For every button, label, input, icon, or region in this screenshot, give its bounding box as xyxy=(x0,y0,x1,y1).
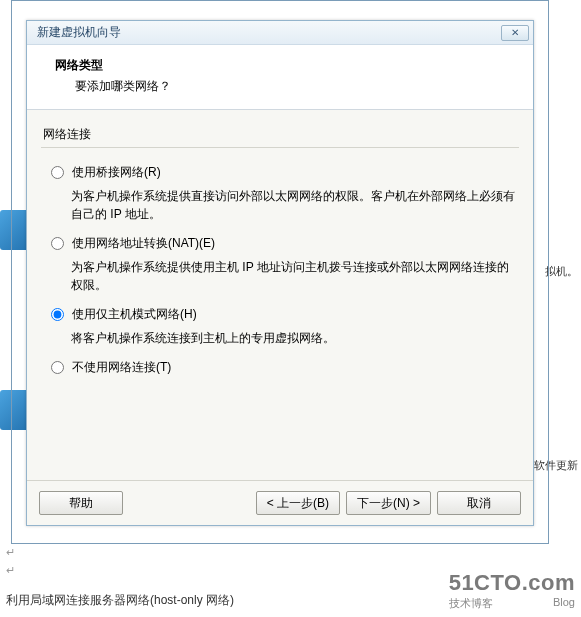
dialog-header: 网络类型 要添加哪类网络？ xyxy=(27,45,533,110)
option-desc: 将客户机操作系统连接到主机上的专用虚拟网络。 xyxy=(71,329,519,347)
return-mark: ↵ xyxy=(6,546,15,559)
bg-text-fragment: 拟机。 xyxy=(545,264,578,279)
option-nat[interactable]: 使用网络地址转换(NAT)(E) xyxy=(41,229,519,256)
dialog-footer: 帮助 < 上一步(B) 下一步(N) > 取消 xyxy=(27,480,533,525)
header-subtitle: 要添加哪类网络？ xyxy=(75,78,513,95)
titlebar: 新建虚拟机向导 ✕ xyxy=(27,21,533,45)
radio-hostonly[interactable] xyxy=(51,308,64,321)
dialog-title: 新建虚拟机向导 xyxy=(37,24,501,41)
option-desc: 为客户机操作系统提供直接访问外部以太网网络的权限。客户机在外部网络上必须有自己的… xyxy=(71,187,519,223)
radio-nat[interactable] xyxy=(51,237,64,250)
cancel-button[interactable]: 取消 xyxy=(437,491,521,515)
watermark-main: 51CTO.com xyxy=(449,570,575,596)
next-button[interactable]: 下一步(N) > xyxy=(346,491,431,515)
radio-bridged[interactable] xyxy=(51,166,64,179)
dialog-body: 网络连接 使用桥接网络(R) 为客户机操作系统提供直接访问外部以太网网络的权限。… xyxy=(27,110,533,480)
watermark-sub1: 技术博客 xyxy=(449,596,493,611)
divider xyxy=(41,147,519,148)
caption-text: 利用局域网连接服务器网络(host-only 网络) xyxy=(6,592,234,609)
back-button[interactable]: < 上一步(B) xyxy=(256,491,340,515)
return-mark: ↵ xyxy=(6,564,15,577)
option-bridged[interactable]: 使用桥接网络(R) xyxy=(41,158,519,185)
radio-none[interactable] xyxy=(51,361,64,374)
option-label: 不使用网络连接(T) xyxy=(72,359,171,376)
option-label: 使用网络地址转换(NAT)(E) xyxy=(72,235,215,252)
option-label: 使用桥接网络(R) xyxy=(72,164,161,181)
option-none[interactable]: 不使用网络连接(T) xyxy=(41,353,519,380)
watermark-sub2: Blog xyxy=(553,596,575,611)
option-label: 使用仅主机模式网络(H) xyxy=(72,306,197,323)
header-title: 网络类型 xyxy=(55,57,513,74)
close-button[interactable]: ✕ xyxy=(501,25,529,41)
watermark: 51CTO.com 技术博客 Blog xyxy=(449,570,575,611)
wizard-dialog: 新建虚拟机向导 ✕ 网络类型 要添加哪类网络？ 网络连接 使用桥接网络(R) 为… xyxy=(26,20,534,526)
option-hostonly[interactable]: 使用仅主机模式网络(H) xyxy=(41,300,519,327)
option-desc: 为客户机操作系统提供使用主机 IP 地址访问主机拨号连接或外部以太网网络连接的权… xyxy=(71,258,519,294)
close-icon: ✕ xyxy=(511,27,519,38)
spacer xyxy=(129,491,250,515)
section-label: 网络连接 xyxy=(43,126,519,143)
help-button[interactable]: 帮助 xyxy=(39,491,123,515)
